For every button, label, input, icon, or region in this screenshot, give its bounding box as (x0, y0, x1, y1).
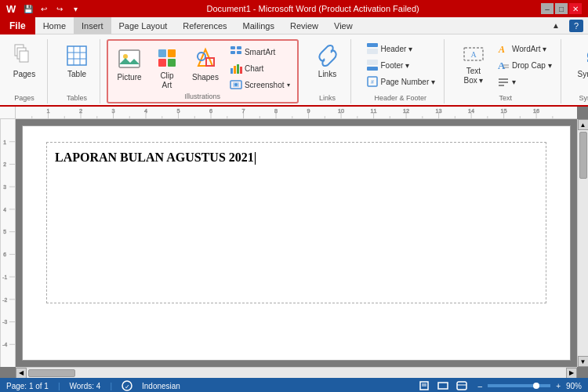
svg-text:2: 2 (3, 162, 6, 167)
wordart-btn[interactable]: A WordArt ▾ (493, 41, 556, 56)
window-title: Document1 - Microsoft Word (Product Acti… (85, 4, 541, 13)
svg-text:5: 5 (3, 230, 6, 235)
scrollbar-horizontal[interactable]: ◀ ▶ (16, 367, 577, 378)
header-btn[interactable]: Header ▾ (362, 41, 439, 56)
help-collapse-btn[interactable]: ▲ (544, 20, 568, 31)
ribbon-group-tables: Table Tables (54, 39, 100, 103)
scroll-up-btn[interactable]: ▲ (578, 119, 589, 130)
svg-rect-41 (499, 78, 508, 80)
svg-rect-32 (367, 67, 378, 71)
svg-rect-12 (168, 49, 176, 57)
zoom-bar[interactable] (488, 384, 550, 387)
web-view-btn[interactable] (453, 379, 470, 392)
scroll-h-thumb[interactable] (28, 369, 75, 377)
header-label: Header ▾ (381, 45, 413, 53)
scroll-down-btn[interactable]: ▼ (578, 356, 589, 367)
view-buttons (416, 379, 470, 392)
zoom-handle[interactable] (533, 383, 539, 389)
svg-rect-123 (438, 383, 448, 389)
ribbon-group-links: Links Links (305, 39, 351, 103)
menu-mailings[interactable]: Mailings (235, 17, 282, 34)
page-number-btn[interactable]: # Page Number ▾ (362, 74, 439, 89)
page-info: Page: 1 of 1 (6, 382, 49, 390)
menu-page-layout[interactable]: Page Layout (111, 17, 176, 34)
menu-home[interactable]: Home (35, 17, 74, 34)
scroll-v-track[interactable] (578, 130, 589, 356)
svg-rect-25 (240, 67, 242, 74)
svg-text:1: 1 (46, 108, 49, 114)
document-content[interactable]: LAPORAN BULAN AGUSTUS 2021 (55, 151, 538, 165)
zoom-level: 90% (566, 382, 582, 390)
header-footer-col: Header ▾ Footer ▾ # (362, 39, 439, 89)
redo-btn[interactable]: ↪ (53, 2, 66, 15)
file-menu-btn[interactable]: File (0, 17, 35, 34)
ribbon-content: Pages Pages Table Tables (0, 36, 588, 105)
smartart-label: SmartArt (245, 48, 275, 56)
svg-text:✓: ✓ (125, 383, 130, 390)
symbols-btn[interactable]: Ω Symbols (572, 39, 588, 91)
picture-btn[interactable]: Picture (111, 42, 147, 94)
svg-rect-23 (234, 66, 236, 74)
footer-btn[interactable]: Footer ▾ (362, 57, 439, 73)
clip-art-btn[interactable]: ClipArt (149, 42, 185, 94)
ribbon-group-illustrations: Picture ClipArt (107, 39, 299, 103)
print-view-btn[interactable] (416, 379, 433, 392)
content-border: LAPORAN BULAN AGUSTUS 2021 (46, 142, 546, 303)
svg-rect-45 (16, 107, 577, 119)
svg-text:13: 13 (435, 108, 441, 114)
help-btn[interactable]: ? (569, 20, 583, 32)
menu-references[interactable]: References (175, 17, 234, 34)
clip-art-label: ClipArt (160, 71, 173, 90)
text-box-btn[interactable]: A TextBox ▾ (456, 39, 492, 91)
menu-view[interactable]: View (326, 17, 361, 34)
status-bar: Page: 1 of 1 | Words: 4 | ✓ Indonesian – (0, 378, 588, 392)
svg-rect-11 (158, 49, 166, 57)
svg-rect-19 (237, 46, 241, 49)
separator1: | (58, 382, 60, 390)
scroll-right-btn[interactable]: ▶ (566, 368, 577, 379)
text-group-label: Text (451, 94, 561, 102)
svg-rect-124 (457, 382, 466, 390)
svg-text:11: 11 (370, 108, 376, 114)
page-number-label: Page Number ▾ (381, 78, 435, 86)
pages-icon (12, 43, 37, 68)
menu-review[interactable]: Review (282, 17, 326, 34)
qat-customize-btn[interactable]: ▾ (69, 2, 82, 15)
svg-text:2: 2 (79, 108, 82, 114)
language: Indonesian (142, 382, 180, 390)
spell-check-icon[interactable]: ✓ (122, 380, 132, 391)
pages-group-label: Pages (2, 94, 47, 102)
drop-cap-btn[interactable]: A Drop Cap ▾ (493, 57, 556, 73)
scroll-v-thumb[interactable] (579, 132, 587, 179)
pages-btn[interactable]: Pages (6, 39, 42, 91)
smartart-btn[interactable]: SmartArt (226, 44, 294, 60)
svg-rect-30 (367, 49, 378, 54)
svg-text:6: 6 (3, 252, 6, 257)
scroll-h-track[interactable] (27, 368, 566, 379)
minimize-btn[interactable]: – (541, 3, 554, 14)
svg-text:7: 7 (241, 108, 245, 114)
links-btn[interactable]: Links (310, 39, 346, 91)
svg-rect-14 (168, 59, 176, 67)
undo-btn[interactable]: ↩ (38, 2, 50, 15)
svg-text:8: 8 (274, 108, 278, 114)
screenshot-btn[interactable]: Screenshot ▾ (226, 77, 294, 93)
maximize-btn[interactable]: □ (555, 3, 568, 14)
text-more-btn[interactable]: ▾ (493, 74, 556, 89)
shapes-btn[interactable]: Shapes (187, 42, 224, 94)
save-btn[interactable]: 💾 (22, 2, 34, 15)
zoom-out-btn[interactable]: – (475, 381, 486, 391)
scrollbar-vertical[interactable]: ▲ ▼ (577, 119, 588, 367)
scroll-left-btn[interactable]: ◀ (16, 368, 27, 379)
svg-rect-24 (237, 64, 239, 74)
table-btn[interactable]: Table (59, 39, 95, 91)
menu-insert[interactable]: Insert (74, 17, 111, 34)
close-btn[interactable]: ✕ (569, 3, 582, 14)
drop-cap-label: Drop Cap ▾ (512, 61, 552, 70)
full-screen-btn[interactable] (434, 379, 452, 392)
zoom-in-btn[interactable]: + (553, 381, 564, 391)
svg-point-28 (234, 83, 238, 86)
chart-btn[interactable]: Chart (226, 60, 294, 76)
document-page[interactable]: LAPORAN BULAN AGUSTUS 2021 (22, 125, 571, 361)
document-area: 1 2 3 4 5 6 7 8 9 10 11 12 13 14 15 16 (0, 107, 588, 378)
